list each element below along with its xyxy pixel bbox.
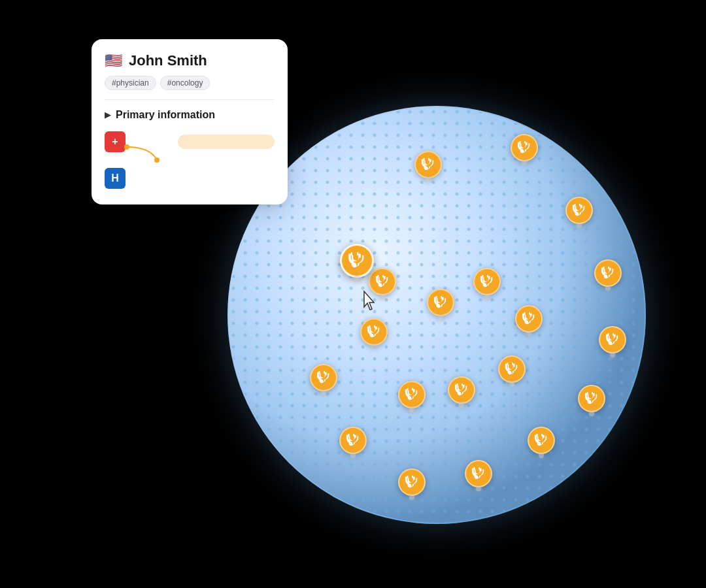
pin-left-lower[interactable] bbox=[310, 364, 337, 391]
stethoscope-icon-17 bbox=[454, 383, 469, 397]
profile-card: 🇺🇸 John Smith #physician #oncology ▶ Pri… bbox=[92, 39, 288, 204]
pin-right[interactable] bbox=[594, 259, 622, 287]
pin-active[interactable] bbox=[340, 244, 374, 278]
pin-right-top[interactable] bbox=[565, 197, 593, 224]
pin-bottom-left[interactable] bbox=[339, 427, 367, 454]
conn-bar-1 bbox=[178, 135, 275, 149]
pin-top-right[interactable] bbox=[511, 134, 538, 161]
globe-container: dots placeholder bbox=[227, 106, 646, 524]
pin-bottom-right[interactable] bbox=[528, 427, 555, 454]
pin-right-mid[interactable] bbox=[599, 326, 626, 353]
stethoscope-icon-5 bbox=[605, 333, 620, 347]
pin-center-bottom[interactable] bbox=[448, 376, 475, 404]
person-name: John Smith bbox=[129, 52, 207, 69]
stethoscope-icon-6 bbox=[584, 391, 599, 406]
stethoscope-icon-8 bbox=[471, 466, 486, 481]
stethoscope-icon-active bbox=[348, 252, 366, 270]
divider-1 bbox=[105, 99, 275, 100]
pin-bottom-center[interactable] bbox=[398, 468, 426, 496]
stethoscope-icon-9 bbox=[405, 475, 419, 489]
plus-icon: + bbox=[105, 131, 126, 152]
globe: dots placeholder bbox=[227, 106, 646, 524]
hospital-icon: H bbox=[105, 168, 126, 189]
pin-center[interactable] bbox=[427, 289, 454, 316]
tag-oncology: #oncology bbox=[160, 76, 210, 90]
pin-center-lower-left-alt[interactable] bbox=[398, 381, 426, 408]
main-scene: dots placeholder bbox=[0, 0, 706, 588]
stethoscope-icon-3 bbox=[572, 203, 586, 218]
stethoscope-icon-18 bbox=[375, 274, 390, 289]
section-title[interactable]: ▶ Primary information bbox=[105, 109, 275, 121]
tags-container: #physician #oncology bbox=[105, 76, 275, 90]
stethoscope-icon-15 bbox=[522, 312, 536, 326]
connection-row-1: + bbox=[105, 131, 275, 152]
pin-center-lower-right[interactable] bbox=[498, 355, 526, 383]
pin-right-lower[interactable] bbox=[578, 385, 605, 412]
pin-left-center[interactable] bbox=[369, 268, 396, 295]
stethoscope-icon-11 bbox=[316, 370, 331, 385]
stethoscope-icon-10 bbox=[346, 433, 360, 448]
pin-upper-right-mid[interactable] bbox=[515, 305, 543, 333]
pin-center-right[interactable] bbox=[473, 268, 501, 295]
stethoscope-icon-2 bbox=[517, 140, 531, 155]
stethoscope-icon-7 bbox=[534, 433, 548, 448]
pin-top-center[interactable] bbox=[414, 151, 442, 178]
connection-row-2: H bbox=[105, 168, 275, 189]
stethoscope-icon-12 bbox=[367, 325, 381, 339]
pin-center-lower-left[interactable] bbox=[360, 318, 388, 346]
stethoscope-icon bbox=[421, 157, 435, 172]
flag-icon: 🇺🇸 bbox=[105, 54, 122, 68]
connections-container: + H bbox=[105, 131, 275, 189]
stethoscope-icon-16 bbox=[505, 362, 519, 376]
tag-physician: #physician bbox=[105, 76, 156, 90]
stethoscope-icon-14 bbox=[480, 274, 494, 289]
chevron-icon: ▶ bbox=[105, 110, 110, 120]
stethoscope-icon-13 bbox=[433, 295, 448, 310]
section-title-text: Primary information bbox=[116, 109, 215, 121]
pin-bottom-cright[interactable] bbox=[465, 460, 492, 487]
card-header: 🇺🇸 John Smith bbox=[105, 52, 275, 69]
stethoscope-icon-19 bbox=[405, 387, 419, 402]
stethoscope-icon-4 bbox=[601, 266, 615, 280]
